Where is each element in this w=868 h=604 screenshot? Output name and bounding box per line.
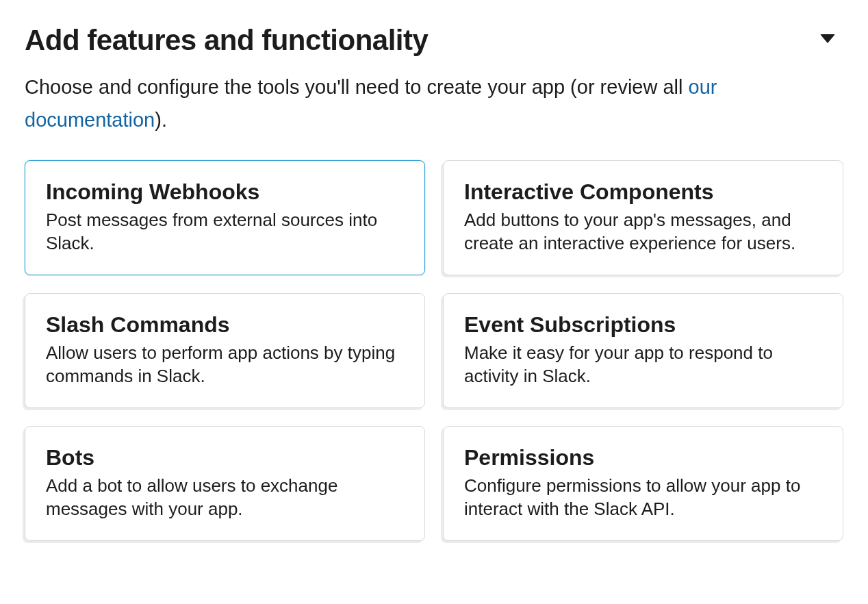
card-title: Event Subscriptions xyxy=(464,312,822,338)
card-incoming-webhooks[interactable]: Incoming Webhooks Post messages from ext… xyxy=(25,160,425,275)
section-intro: Choose and configure the tools you'll ne… xyxy=(25,71,843,137)
card-title: Permissions xyxy=(464,444,822,470)
chevron-down-icon xyxy=(820,34,835,43)
card-title: Incoming Webhooks xyxy=(46,179,404,205)
card-slash-commands[interactable]: Slash Commands Allow users to perform ap… xyxy=(25,293,425,408)
card-bots[interactable]: Bots Add a bot to allow users to exchang… xyxy=(25,426,425,541)
card-title: Bots xyxy=(46,444,404,470)
card-interactive-components[interactable]: Interactive Components Add buttons to yo… xyxy=(443,160,843,275)
collapse-toggle[interactable] xyxy=(820,25,843,43)
card-permissions[interactable]: Permissions Configure permissions to all… xyxy=(443,426,843,541)
section-title: Add features and functionality xyxy=(25,25,428,56)
card-desc: Configure permissions to allow your app … xyxy=(464,475,822,521)
card-desc: Add buttons to your app's messages, and … xyxy=(464,209,822,255)
card-event-subscriptions[interactable]: Event Subscriptions Make it easy for you… xyxy=(443,293,843,408)
card-desc: Make it easy for your app to respond to … xyxy=(464,342,822,388)
card-desc: Add a bot to allow users to exchange mes… xyxy=(46,475,404,521)
intro-text-prefix: Choose and configure the tools you'll ne… xyxy=(25,76,689,98)
feature-grid: Incoming Webhooks Post messages from ext… xyxy=(25,160,843,541)
card-desc: Post messages from external sources into… xyxy=(46,209,404,255)
card-title: Interactive Components xyxy=(464,179,822,205)
intro-text-suffix: ). xyxy=(155,109,167,131)
card-desc: Allow users to perform app actions by ty… xyxy=(46,342,404,388)
card-title: Slash Commands xyxy=(46,312,404,338)
